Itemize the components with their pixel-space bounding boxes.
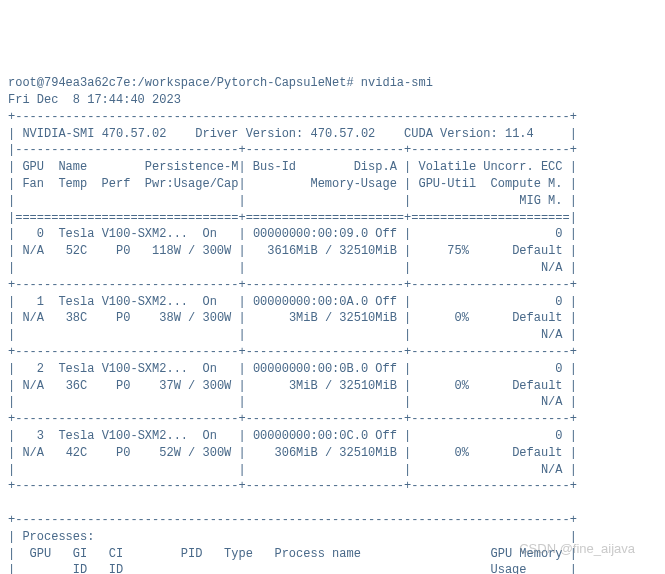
sep: +-------------------------------+-------…: [8, 412, 577, 426]
sep: |===============================+=======…: [8, 211, 577, 225]
proc-header-1: | GPU GI CI PID Type Process name GPU Me…: [8, 547, 577, 561]
timestamp-line: Fri Dec 8 17:44:40 2023: [8, 93, 181, 107]
border-top: +---------------------------------------…: [8, 110, 577, 124]
proc-header-2: | ID ID Usage |: [8, 563, 577, 574]
prompt-line: root@794ea3a62c7e:/workspace/Pytorch-Cap…: [8, 76, 433, 90]
header-line: | NVIDIA-SMI 470.57.02 Driver Version: 4…: [8, 127, 577, 141]
gpu-2-row: | 2 Tesla V100-SXM2... On | 00000000:00:…: [8, 362, 577, 410]
col-header-1: | GPU Name Persistence-M| Bus-Id Disp.A …: [8, 160, 577, 174]
sep: +-------------------------------+-------…: [8, 345, 577, 359]
gpu-3-row: | 3 Tesla V100-SXM2... On | 00000000:00:…: [8, 429, 577, 477]
proc-top: +---------------------------------------…: [8, 513, 577, 527]
proc-title: | Processes: |: [8, 530, 577, 544]
sep: |-------------------------------+-------…: [8, 143, 577, 157]
gpu-1-row: | 1 Tesla V100-SXM2... On | 00000000:00:…: [8, 295, 577, 343]
col-header-2: | Fan Temp Perf Pwr:Usage/Cap| Memory-Us…: [8, 177, 577, 191]
col-header-3: | | | MIG M. |: [8, 194, 577, 208]
gpu-0-row: | 0 Tesla V100-SXM2... On | 00000000:00:…: [8, 227, 577, 275]
sep: +-------------------------------+-------…: [8, 278, 577, 292]
watermark: CSDN @fine_aijava: [519, 540, 635, 558]
sep: +-------------------------------+-------…: [8, 479, 577, 493]
